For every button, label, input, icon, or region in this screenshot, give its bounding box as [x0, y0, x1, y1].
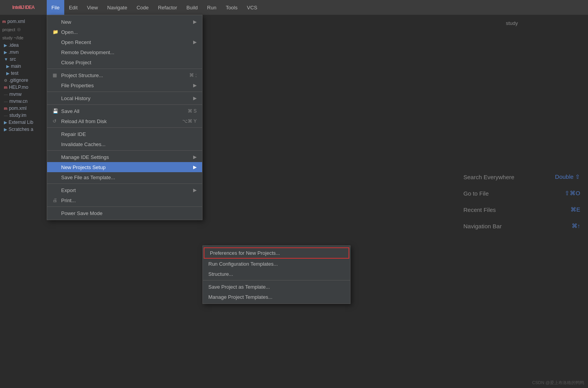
file-menu-item-open[interactable]: 📁Open...	[47, 27, 202, 37]
manage-ide-settings-arrow-icon: ▶	[193, 154, 197, 160]
mvnw-label: mvnw	[9, 92, 21, 97]
open-recent-arrow-icon: ▶	[193, 39, 197, 45]
separator-after-close-project	[47, 69, 202, 69]
file-menu-item-project-structure[interactable]: ▦Project Structure...⌘ ;	[47, 70, 202, 80]
shortcut-key[interactable]: ⌘↑	[572, 222, 581, 229]
save-file-template-label: Save File as Template...	[61, 175, 197, 180]
file-properties-arrow-icon: ▶	[193, 83, 197, 88]
file-properties-label: File Properties	[61, 83, 193, 88]
study-name: study ~/Ide	[2, 35, 23, 40]
sidebar-project-header: project ⊕	[0, 25, 47, 34]
file-menu-dropdown: New▶📁Open...Open Recent▶Remote Developme…	[47, 15, 202, 220]
submenu-separator-3	[203, 280, 350, 280]
menu-item-refactor[interactable]: Refactor	[153, 0, 182, 15]
file-menu-item-export[interactable]: Export▶	[47, 185, 202, 195]
plus-icon[interactable]: ⊕	[17, 26, 21, 32]
file-menu-item-reload-disk[interactable]: ↺Reload All from Disk⌥⌘ Y	[47, 116, 202, 126]
power-save-label: Power Save Mode	[61, 210, 197, 216]
shortcut-row-navigation-bar: Navigation Bar⌘↑	[463, 222, 580, 229]
menu-item-build[interactable]: Build	[182, 0, 202, 15]
shortcut-label: Recent Files	[463, 206, 496, 213]
menu-item-file[interactable]: File	[47, 0, 64, 15]
logo-text: IntelliJ IDEA	[12, 5, 34, 10]
separator-after-print	[47, 206, 202, 207]
file-menu-item-print[interactable]: 🖨Print...	[47, 195, 202, 205]
separator-after-save-file-template	[47, 183, 202, 184]
submenu-item-preferences-new[interactable]: Preferences for New Projects...	[204, 247, 349, 259]
menu-item-view[interactable]: View	[82, 0, 102, 15]
file-menu-item-open-recent[interactable]: Open Recent▶	[47, 37, 202, 47]
file-menu-item-file-properties[interactable]: File Properties▶	[47, 80, 202, 90]
menu-item-vcs[interactable]: VCS	[242, 0, 262, 15]
sidebar-study-im: —study.im	[0, 112, 47, 119]
reload-disk-label: Reload All from Disk	[61, 118, 174, 124]
file-menu-item-save-file-template[interactable]: Save File as Template...	[47, 172, 202, 182]
sidebar-external-lib: ▶External Lib	[0, 119, 47, 126]
new-projects-submenu: Preferences for New Projects...Run Confi…	[202, 245, 350, 304]
submenu-item-structure[interactable]: Structure...	[203, 269, 350, 279]
sidebar-pom-xml: m pom.xml	[0, 18, 47, 25]
test-label: test	[11, 71, 18, 76]
save-all-label: Save All	[61, 108, 180, 114]
gitignore-label: .gitignore	[9, 78, 28, 83]
shortcut-key[interactable]: Double ⇧	[555, 173, 580, 180]
file-menu-item-new-projects-setup[interactable]: New Projects Setup▶	[47, 162, 202, 172]
submenu-item-run-config-templates[interactable]: Run Configuration Templates...	[203, 259, 350, 269]
manage-ide-settings-label: Manage IDE Settings	[61, 154, 193, 160]
menu-item-edit[interactable]: Edit	[64, 0, 82, 15]
shortcut-label: Search Everywhere	[463, 174, 514, 180]
print-icon: 🖨	[53, 198, 61, 203]
idea-label: .idea	[9, 42, 19, 48]
separator-after-invalidate-caches	[47, 150, 202, 151]
menu-item-tools[interactable]: Tools	[221, 0, 242, 15]
sidebar-study-label: study ~/Ide	[0, 34, 47, 42]
menu-item-navigate[interactable]: Navigate	[102, 0, 132, 15]
menu-item-run[interactable]: Run	[202, 0, 221, 15]
mvnw-cn-label: mvnw.cn	[9, 99, 28, 104]
shortcut-row-recent-files: Recent Files⌘E	[463, 206, 580, 213]
src-label: src	[10, 56, 16, 62]
project-label: project	[2, 27, 15, 32]
scratches-label: Scratches a	[9, 127, 33, 132]
menu-item-code[interactable]: Code	[132, 0, 153, 15]
file-menu-item-power-save[interactable]: Power Save Mode	[47, 208, 202, 218]
reload-disk-icon: ↺	[53, 118, 61, 124]
file-menu-item-manage-ide-settings[interactable]: Manage IDE Settings▶	[47, 152, 202, 162]
sidebar-gitignore: ⚙.gitignore	[0, 77, 47, 84]
shortcut-row-go-to-file: Go to File⇧⌘O	[463, 190, 580, 197]
shortcut-key[interactable]: ⌘E	[570, 206, 580, 213]
export-arrow-icon: ▶	[193, 187, 197, 193]
app-logo: IntelliJ IDEA	[0, 0, 47, 15]
open-recent-label: Open Recent	[61, 39, 193, 45]
save-all-shortcut: ⌘ S	[188, 108, 197, 114]
sidebar-help: mHELP.mo	[0, 84, 47, 91]
titlebar: IntelliJ IDEA FileEditViewNavigateCodeRe…	[0, 0, 588, 15]
submenu-item-manage-project-templates[interactable]: Manage Project Templates...	[203, 292, 350, 302]
shortcut-key[interactable]: ⇧⌘O	[565, 190, 580, 197]
sidebar-mvnw-cn: —mvnw.cn	[0, 98, 47, 105]
git-icon: ⚙	[4, 78, 7, 83]
local-history-label: Local History	[61, 95, 193, 101]
local-history-arrow-icon: ▶	[193, 95, 197, 101]
file-menu-item-repair-ide[interactable]: Repair IDE	[47, 129, 202, 139]
mvn-label: .mvn	[9, 49, 19, 55]
sidebar-main: ▶main	[0, 63, 47, 70]
file-menu-item-close-project[interactable]: Close Project	[47, 57, 202, 67]
project-structure-label: Project Structure...	[61, 72, 181, 78]
file-menu-item-save-all[interactable]: 💾Save All⌘ S	[47, 106, 202, 116]
file-menu-item-remote-dev[interactable]: Remote Development...	[47, 47, 202, 57]
shortcuts-panel: Search EverywhereDouble ⇧Go to File⇧⌘ORe…	[456, 15, 588, 388]
menu-bar: FileEditViewNavigateCodeRefactorBuildRun…	[47, 0, 588, 15]
print-label: Print...	[61, 198, 197, 203]
new-projects-setup-label: New Projects Setup	[61, 164, 193, 170]
file-menu-item-local-history[interactable]: Local History▶	[47, 93, 202, 103]
submenu-item-save-project-template[interactable]: Save Project as Template...	[203, 282, 350, 292]
watermark: CSDN @爱上布洛格的鸭鸭	[532, 380, 584, 386]
open-label: Open...	[61, 29, 197, 35]
invalidate-caches-label: Invalidate Caches...	[61, 141, 197, 147]
shortcut-row-search-everywhere: Search EverywhereDouble ⇧	[463, 173, 580, 180]
file-menu-item-new[interactable]: New▶	[47, 17, 202, 27]
repair-ide-label: Repair IDE	[61, 131, 197, 137]
sidebar-pom: mpom.xml	[0, 105, 47, 112]
file-menu-item-invalidate-caches[interactable]: Invalidate Caches...	[47, 139, 202, 149]
